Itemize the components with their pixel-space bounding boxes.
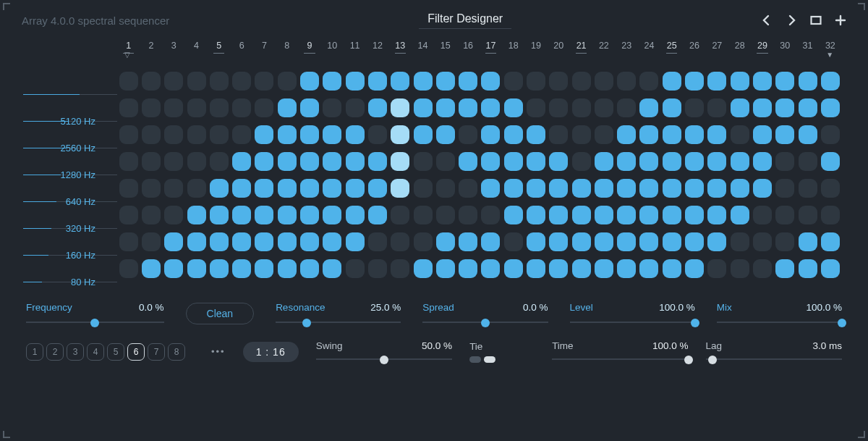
step-cell[interactable]	[164, 72, 183, 91]
step-cell[interactable]	[300, 179, 319, 198]
step-cell[interactable]	[639, 98, 658, 117]
step-cell[interactable]	[549, 259, 568, 278]
step-cell[interactable]	[707, 179, 726, 198]
step-cell[interactable]	[753, 206, 772, 224]
step-cell[interactable]	[210, 259, 229, 278]
step-cell[interactable]	[142, 98, 161, 117]
step-cell[interactable]	[549, 179, 568, 198]
step-cell[interactable]	[300, 72, 319, 91]
step-cell[interactable]	[775, 72, 794, 91]
step-cell[interactable]	[119, 232, 138, 251]
step-cell[interactable]	[685, 98, 704, 117]
col-label-20[interactable]: 20	[548, 41, 570, 53]
step-cell[interactable]	[436, 179, 455, 198]
row-slider-0[interactable]	[23, 67, 117, 94]
step-cell[interactable]	[595, 179, 613, 198]
preset-6[interactable]: 6	[127, 343, 145, 361]
step-cell[interactable]	[414, 125, 433, 144]
step-cell[interactable]	[210, 98, 229, 117]
step-cell[interactable]	[549, 125, 568, 144]
step-cell[interactable]	[346, 206, 365, 224]
step-cell[interactable]	[504, 206, 523, 224]
step-cell[interactable]	[164, 152, 183, 171]
step-cell[interactable]	[775, 232, 794, 251]
step-cell[interactable]	[368, 259, 387, 278]
step-cell[interactable]	[731, 125, 749, 144]
step-cell[interactable]	[142, 72, 161, 91]
step-cell[interactable]	[119, 179, 138, 198]
page-title[interactable]: Filter Designer	[419, 12, 511, 29]
step-cell[interactable]	[504, 179, 523, 198]
step-cell[interactable]	[663, 72, 681, 91]
step-cell[interactable]	[617, 179, 636, 198]
step-cell[interactable]	[595, 232, 613, 251]
step-cell[interactable]	[187, 259, 206, 278]
step-cell[interactable]	[685, 152, 704, 171]
preset-5[interactable]: 5	[107, 343, 124, 361]
step-cell[interactable]	[232, 125, 251, 144]
step-cell[interactable]	[617, 259, 636, 278]
step-cell[interactable]	[527, 259, 545, 278]
col-label-31[interactable]: 31	[796, 41, 819, 53]
step-cell[interactable]	[142, 232, 161, 251]
step-cell[interactable]	[639, 206, 658, 224]
step-cell[interactable]	[119, 206, 138, 224]
col-label-16[interactable]: 16	[456, 41, 479, 53]
step-cell[interactable]	[255, 232, 273, 251]
col-label-17[interactable]: 17	[480, 41, 502, 53]
step-cell[interactable]	[707, 125, 726, 144]
step-cell[interactable]	[821, 232, 840, 251]
step-cell[interactable]	[753, 72, 772, 91]
step-cell[interactable]	[300, 206, 319, 224]
step-cell[interactable]	[459, 125, 477, 144]
step-cell[interactable]	[187, 152, 206, 171]
step-cell[interactable]	[436, 152, 455, 171]
step-cell[interactable]	[707, 72, 726, 91]
step-cell[interactable]	[210, 179, 229, 198]
step-cell[interactable]	[595, 259, 613, 278]
step-cell[interactable]	[617, 125, 636, 144]
step-cell[interactable]	[414, 232, 433, 251]
step-cell[interactable]	[459, 232, 477, 251]
step-cell[interactable]	[187, 179, 206, 198]
step-cell[interactable]	[391, 179, 409, 198]
step-cell[interactable]	[504, 152, 523, 171]
step-cell[interactable]	[595, 72, 613, 91]
col-label-6[interactable]: 6	[230, 41, 252, 53]
step-cell[interactable]	[142, 179, 161, 198]
step-cell[interactable]	[142, 125, 161, 144]
step-cell[interactable]	[164, 98, 183, 117]
step-cell[interactable]	[595, 152, 613, 171]
step-cell[interactable]	[731, 72, 749, 91]
step-cell[interactable]	[232, 72, 251, 91]
step-cell[interactable]	[572, 206, 591, 224]
step-cell[interactable]	[775, 125, 794, 144]
col-label-28[interactable]: 28	[728, 41, 751, 53]
swing-slider[interactable]	[316, 356, 452, 363]
step-cell[interactable]	[323, 125, 341, 144]
preset-1[interactable]: 1	[26, 343, 43, 361]
step-cell[interactable]	[459, 259, 477, 278]
step-cell[interactable]	[346, 125, 365, 144]
more-icon[interactable]: •••	[211, 346, 226, 357]
step-cell[interactable]	[210, 232, 229, 251]
col-label-2[interactable]: 2	[140, 41, 162, 53]
step-cell[interactable]	[481, 72, 500, 91]
step-cell[interactable]	[346, 232, 365, 251]
step-cell[interactable]	[799, 152, 817, 171]
col-label-8[interactable]: 8	[276, 41, 298, 53]
step-cell[interactable]	[775, 206, 794, 224]
step-cell[interactable]	[346, 179, 365, 198]
step-cell[interactable]	[346, 152, 365, 171]
step-cell[interactable]	[210, 152, 229, 171]
step-cell[interactable]	[300, 232, 319, 251]
step-cell[interactable]	[821, 125, 840, 144]
step-cell[interactable]	[278, 206, 297, 224]
step-cell[interactable]	[663, 152, 681, 171]
step-cell[interactable]	[368, 98, 387, 117]
step-cell[interactable]	[572, 259, 591, 278]
end-marker[interactable]: ▼	[826, 51, 833, 59]
ratio-display[interactable]: 1 : 16	[243, 342, 299, 362]
step-cell[interactable]	[527, 98, 545, 117]
step-cell[interactable]	[572, 125, 591, 144]
